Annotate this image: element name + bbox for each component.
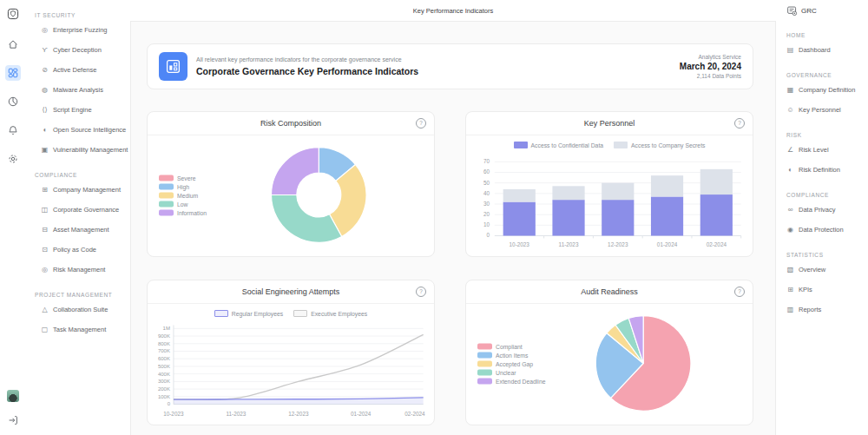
item-label: Risk Definition (799, 166, 840, 174)
svg-text:40: 40 (483, 190, 490, 196)
help-icon[interactable]: ? (416, 287, 426, 297)
overview-icon: ▧ (786, 266, 794, 274)
nav-item-key-personnel[interactable]: ☺Key Personnel (775, 100, 868, 120)
main-content: All relevant key performance indicators … (131, 22, 775, 435)
legend-item: Action Items (477, 353, 545, 359)
analytics-service-label: Analytics Service (680, 54, 741, 60)
item-label: Collaboration Suite (53, 306, 108, 313)
governance-icon: ◫ (41, 206, 49, 214)
legend-swatch (214, 310, 228, 317)
menu-item-asset-management[interactable]: ⊟Asset Management (26, 220, 131, 240)
target-icon: ◎ (41, 26, 49, 34)
legend-item: Compliant (477, 344, 545, 350)
brand-name: GRC (801, 7, 817, 15)
menu-item-open-source-intelligence[interactable]: ◖Open Source Intelligence (26, 120, 131, 140)
nav-item-risk-definition[interactable]: ◐Risk Definition (775, 160, 868, 180)
dashboard-icon: ▤ (786, 46, 794, 54)
item-label: Company Definition (799, 86, 855, 94)
analytics-app-icon (159, 52, 187, 81)
topbar: Key Performance Indicators (131, 0, 775, 22)
legend-item: Regular Employees (214, 310, 283, 317)
help-icon[interactable]: ? (734, 287, 745, 297)
item-label: Script Engine (53, 106, 92, 114)
notifications-icon[interactable] (5, 122, 21, 138)
chart-legend: SevereHighMediumLowInformation (159, 173, 207, 219)
menu-section-header: PROJECT MANAGEMENT (35, 292, 131, 298)
svg-text:10: 10 (483, 221, 490, 227)
nav-item-company-definition[interactable]: ▦Company Definition (775, 80, 868, 100)
item-label: Risk Level (799, 146, 829, 154)
menu-item-task-management[interactable]: ▢Task Management (26, 320, 131, 339)
legend-item: Medium (159, 193, 207, 199)
charts-grid: Risk Composition ? SevereHighMediumLowIn… (147, 111, 753, 425)
legend-label: Access to Confidential Data (531, 142, 604, 148)
menu-item-active-defense[interactable]: ⊘Active Defense (26, 60, 131, 80)
menu-section-header: IT SECURITY (35, 12, 131, 18)
report-date: March 20, 2024 (680, 62, 741, 71)
menu-item-policy-as-code[interactable]: ⊡Policy as Code (26, 240, 131, 260)
icon-rail (0, 0, 26, 435)
svg-text:200K: 200K (158, 386, 170, 392)
nav-section-header: GOVERNANCE (786, 72, 868, 78)
svg-text:700K: 700K (158, 348, 170, 353)
brand: GRC (775, 0, 868, 20)
kpi-icon: ⊞ (786, 286, 794, 293)
nav-item-data-protection[interactable]: ◉Data Protection (775, 220, 868, 240)
menu-item-enterprise-fuzzing[interactable]: ◎Enterprise Fuzzing (26, 20, 131, 40)
chart-legend: CompliantAction ItemsAccepted GapUnclear… (477, 341, 545, 387)
svg-text:02-2024: 02-2024 (404, 411, 425, 417)
menu-item-script-engine[interactable]: ⟨⟩Script Engine (26, 100, 131, 120)
nav-item-dashboard[interactable]: ▤Dashboard (775, 40, 868, 60)
svg-text:30: 30 (483, 201, 490, 207)
shield-logo-icon (5, 6, 21, 22)
home-icon[interactable] (5, 36, 21, 52)
nav-item-reports[interactable]: ▥Reports (775, 300, 868, 320)
menu-item-vulnerability-management[interactable]: ▣Vulnerability Management (26, 140, 131, 160)
decoy-icon: ϒ (41, 46, 49, 54)
nav-item-risk-level[interactable]: ∠Risk Level (775, 140, 868, 160)
legend-item: Unclear (477, 370, 545, 376)
legend-swatch (159, 193, 174, 199)
nav-item-data-privacy[interactable]: ∞Data Privacy (775, 200, 868, 220)
menu-item-collaboration-suite[interactable]: △Collaboration Suite (26, 300, 131, 320)
menu-item-cyber-deception[interactable]: ϒCyber Deception (26, 40, 131, 60)
legend-item: Access to Confidential Data (514, 142, 604, 148)
pie-chart-icon[interactable] (5, 94, 21, 109)
item-label: Dashboard (799, 46, 831, 54)
card-title: Social Engineering Attempts (242, 287, 340, 296)
card-title: Key Personnel (584, 119, 635, 128)
card-title: Risk Composition (260, 119, 321, 128)
settings-icon[interactable] (5, 151, 21, 167)
nav-item-overview[interactable]: ▧Overview (775, 260, 868, 280)
legend-item: Low (159, 201, 207, 208)
nav-section-header: COMPLIANCE (786, 192, 868, 198)
svg-text:10-2023: 10-2023 (510, 241, 530, 247)
legend-label: Unclear (496, 370, 516, 376)
svg-text:400K: 400K (158, 372, 170, 377)
avatar[interactable] (7, 390, 19, 402)
svg-text:20: 20 (483, 211, 490, 217)
menu-item-company-management[interactable]: ⊞Company Management (26, 180, 131, 200)
menu-item-risk-management[interactable]: ◎Risk Management (26, 260, 131, 280)
svg-text:50: 50 (483, 180, 490, 186)
help-icon[interactable]: ? (734, 118, 745, 129)
building-icon: ▦ (786, 86, 794, 94)
card-title: Audit Readiness (581, 287, 638, 296)
dashboard-grid-icon[interactable] (5, 65, 21, 81)
item-label: Malware Analysis (53, 86, 103, 94)
risk-icon: ◎ (41, 266, 49, 274)
nav-section-header: HOME (786, 32, 868, 38)
item-label: Asset Management (53, 226, 109, 234)
asset-icon: ⊟ (41, 226, 49, 234)
legend-swatch (477, 353, 492, 359)
page-title: Key Performance Indicators (413, 7, 494, 15)
nav-item-kpis[interactable]: ⊞KPIs (775, 280, 868, 300)
legend-swatch (477, 361, 492, 367)
svg-text:500K: 500K (158, 364, 170, 369)
svg-text:02-2024: 02-2024 (707, 241, 727, 247)
logout-icon[interactable] (5, 412, 21, 428)
help-icon[interactable]: ? (416, 118, 426, 129)
menu-item-malware-analysis[interactable]: ◍Malware Analysis (26, 80, 131, 100)
svg-text:11-2023: 11-2023 (226, 411, 246, 417)
menu-item-corporate-governance[interactable]: ◫Corporate Governance (26, 200, 131, 220)
